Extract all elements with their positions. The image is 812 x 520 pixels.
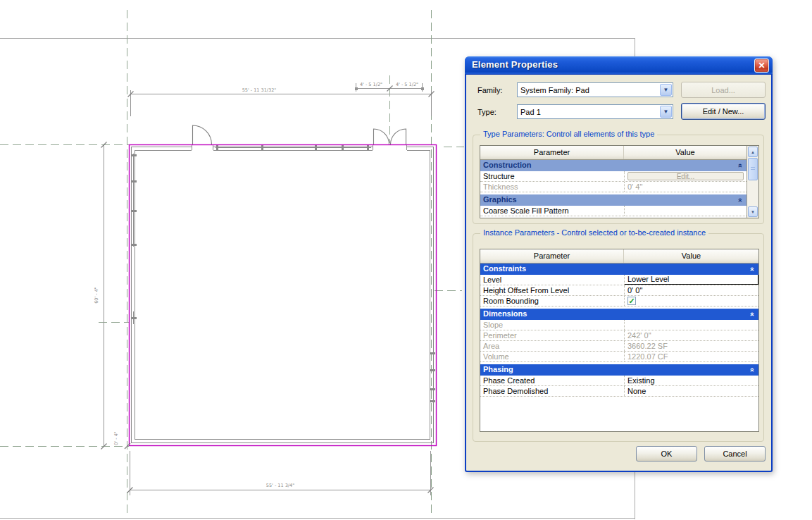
value-column-header[interactable]: Value (624, 249, 758, 263)
collapse-chevron-icon: » (747, 368, 758, 372)
doors[interactable] (193, 125, 406, 144)
param-row-thickness: Thickness 0' 4" (480, 182, 747, 192)
type-parameters-group-label: Type Parameters: Control all elements of… (480, 130, 657, 138)
param-row-room-bounding: Room Bounding ✓ (480, 296, 758, 307)
scroll-up-icon: ▲ (751, 150, 755, 154)
instance-parameters-group-label: Instance Parameters - Control selected o… (480, 228, 708, 237)
dim-pair-left: 4' - 5 1/2" (360, 82, 382, 87)
instance-parameters-group: Instance Parameters - Control selected o… (473, 233, 764, 442)
param-row-level: Level Lower Level (480, 275, 758, 285)
load-button[interactable]: Load... (681, 82, 766, 98)
dim-corner: 0' - 4" (113, 431, 119, 445)
param-column-header[interactable]: Parameter (480, 249, 624, 263)
pad-walls (132, 147, 434, 443)
coarse-scale-fill-pattern-value[interactable] (624, 206, 747, 216)
close-icon: ✕ (758, 61, 765, 70)
type-combo[interactable]: Pad 1 ▼ (517, 104, 673, 119)
type-combo-value: Pad 1 (518, 108, 659, 116)
type-table-scrollbar[interactable]: ▲ ▼ (747, 146, 758, 218)
chevron-down-icon: ▼ (663, 87, 669, 93)
collapse-chevron-icon: » (735, 198, 746, 202)
level-value-editbox[interactable]: Lower Level (624, 275, 758, 285)
height-offset-value[interactable]: 0' 0" (624, 285, 758, 295)
phase-created-value[interactable]: Existing (624, 376, 758, 385)
dim-pair-right: 4' - 5 1/2" (396, 82, 418, 87)
close-button[interactable]: ✕ (754, 58, 769, 73)
pad-selection-outline[interactable] (130, 145, 437, 446)
family-combo-dropdown-button[interactable]: ▼ (660, 84, 672, 96)
element-properties-dialog: Element Properties ✕ Family: System Fami… (465, 56, 773, 472)
category-row-graphics[interactable]: Graphics » (480, 194, 747, 206)
dialog-body: Family: System Family: Pad ▼ Load... Typ… (466, 75, 771, 471)
category-row-dimensions[interactable]: Dimensions » (480, 309, 758, 320)
single-door (193, 125, 212, 144)
scroll-down-button[interactable]: ▼ (748, 206, 758, 217)
param-row-area: Area 3660.22 SF (480, 341, 758, 352)
scrollbar-thumb[interactable] (748, 158, 758, 180)
value-column-header[interactable]: Value (624, 146, 747, 159)
category-row-constraints[interactable]: Constraints » (480, 264, 758, 275)
dim-top: 55' - 11 31/32" (242, 87, 277, 93)
wall-details (131, 144, 435, 402)
param-row-volume: Volume 1220.07 CF (480, 352, 758, 362)
room-bounding-checkbox[interactable]: ✓ (627, 297, 636, 305)
collapse-chevron-icon: » (735, 163, 746, 168)
type-parameters-table: Parameter Value Construction » Structure… (480, 145, 759, 218)
param-row-slope: Slope (480, 320, 758, 330)
type-combo-dropdown-button[interactable]: ▼ (660, 106, 672, 118)
chevron-down-icon: ▼ (663, 109, 669, 115)
double-door-left-leaf (374, 129, 389, 144)
type-label: Type: (477, 108, 496, 116)
scroll-down-icon: ▼ (751, 210, 755, 214)
dialog-titlebar[interactable]: Element Properties ✕ (465, 56, 773, 75)
param-row-structure: Structure Edit... (480, 171, 747, 182)
instance-table-header: Parameter Value (480, 249, 758, 264)
collapse-chevron-icon: » (747, 267, 758, 271)
double-door-right-leaf (391, 129, 406, 144)
dim-left: 60' - 4" (94, 287, 99, 304)
ok-button[interactable]: OK (636, 446, 697, 462)
family-combo[interactable]: System Family: Pad ▼ (517, 82, 673, 97)
scroll-up-button[interactable]: ▲ (748, 147, 758, 157)
dialog-title: Element Properties (472, 59, 558, 70)
param-column-header[interactable]: Parameter (480, 146, 624, 159)
type-table-header: Parameter Value (480, 146, 747, 160)
canvas: 55' - 11 31/32" 4' - 5 1/2" 4' - 5 1/2" … (0, 0, 812, 520)
instance-parameters-table: Parameter Value Constraints » Level Lowe… (480, 249, 759, 432)
category-row-phasing[interactable]: Phasing » (480, 364, 758, 376)
check-icon: ✓ (628, 297, 635, 305)
family-combo-value: System Family: Pad (518, 86, 659, 94)
param-row-perimeter: Perimeter 242' 0" (480, 330, 758, 341)
param-row-phase-created: Phase Created Existing (480, 376, 758, 386)
param-row-height-offset: Height Offset From Level 0' 0" (480, 285, 758, 296)
family-label: Family: (477, 86, 502, 94)
phase-demolished-value[interactable]: None (624, 386, 758, 396)
cancel-button[interactable]: Cancel (704, 446, 766, 462)
type-parameters-group: Type Parameters: Control all elements of… (473, 135, 764, 224)
edit-new-button[interactable]: Edit / New... (681, 103, 766, 120)
structure-edit-button[interactable]: Edit... (627, 172, 744, 180)
dimension-texts: 55' - 11 31/32" 4' - 5 1/2" 4' - 5 1/2" … (94, 82, 418, 488)
dim-bottom: 55' - 11 3/4" (266, 483, 294, 488)
collapse-chevron-icon: » (747, 312, 758, 316)
param-row-coarse-scale-fill-pattern: Coarse Scale Fill Pattern (480, 206, 747, 216)
category-row-construction[interactable]: Construction » (480, 160, 747, 171)
param-row-phase-demolished: Phase Demolished None (480, 386, 758, 397)
